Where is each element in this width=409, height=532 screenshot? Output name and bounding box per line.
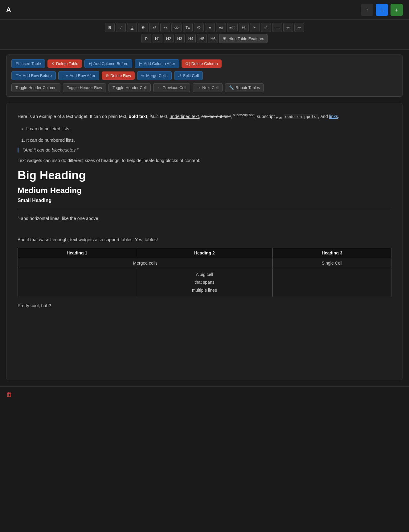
hr-btn[interactable]: —	[272, 23, 282, 32]
delete-table-label: Delete Table	[56, 61, 78, 66]
numbered-list: It can do numbered lists,	[26, 136, 391, 144]
repair-tables-btn[interactable]: 🔧 Repair Tables	[225, 83, 264, 92]
split-cell-icon: ⇄	[178, 73, 182, 78]
table-cell-empty-1	[18, 268, 136, 297]
add-col-after-icon: |+	[139, 61, 142, 66]
toggle-header-row-btn[interactable]: Toggle Header Row	[63, 83, 106, 92]
add-col-after-btn[interactable]: |+ Add Column After	[135, 59, 179, 68]
no-format-btn[interactable]: ⊘	[194, 23, 204, 32]
table-cell-single: Single Cell	[273, 258, 391, 268]
next-cell-btn[interactable]: → Next Cell	[193, 83, 223, 92]
delete-widget-btn[interactable]: 🗑	[6, 391, 12, 398]
striked-text: striked-out text	[201, 114, 231, 119]
delete-table-icon: ✕	[51, 61, 55, 66]
toggle-header-cell-btn[interactable]: Toggle Header Cell	[108, 83, 151, 92]
bullet-list-btn[interactable]: ≡	[205, 23, 215, 32]
superscript-text: superscript text	[233, 113, 255, 117]
add-row-before-label: Add Row Before	[23, 73, 52, 78]
underline-btn[interactable]: U	[127, 23, 137, 32]
up-arrow-btn[interactable]: ↑	[361, 4, 373, 16]
footer-text: Pretty cool, huh?	[18, 302, 391, 310]
prev-cell-btn[interactable]: ← Previous Cell	[153, 83, 190, 92]
insert-table-btn[interactable]: ⊞ Insert Table	[11, 59, 45, 68]
big-heading: Big Heading	[18, 169, 391, 182]
align-btn[interactable]: ⇌	[261, 23, 271, 32]
table-header-row: Heading 1 Heading 2 Heading 3	[18, 248, 391, 258]
add-row-after-icon: ⊥+	[62, 73, 68, 78]
merge-cells-btn[interactable]: ⇔ Merge Cells	[137, 71, 171, 80]
h4-btn[interactable]: H4	[186, 34, 196, 43]
h1-btn[interactable]: H1	[153, 34, 162, 43]
h2-btn[interactable]: H2	[164, 34, 174, 43]
bottom-bar: 🗑	[0, 386, 409, 402]
bold-text: bold text	[129, 114, 147, 119]
checklist-btn[interactable]: ≡☐	[227, 23, 238, 32]
h5-btn[interactable]: H5	[197, 34, 207, 43]
delete-icon: 🗑	[6, 391, 12, 398]
table-heading-1: Heading 1	[18, 248, 136, 258]
top-bar-actions: ↑ ↓ ＋	[361, 4, 403, 16]
add-col-after-label: Add Column After	[144, 61, 175, 66]
content-area: Here is an example of a text widget. It …	[6, 103, 403, 380]
delete-row-icon: ⊖	[105, 73, 109, 78]
delete-col-btn[interactable]: ⊘| Delete Column	[182, 59, 221, 68]
h3-btn[interactable]: H3	[175, 34, 185, 43]
after-hr-text: ^ and horizontal lines, like the one abo…	[18, 215, 391, 222]
strikethrough-btn[interactable]: S	[138, 23, 148, 32]
insert-table-label: Insert Table	[20, 61, 41, 66]
underlined-text: underlined text	[170, 114, 199, 119]
add-row-before-btn[interactable]: ⊤+ Add Row Before	[11, 71, 56, 80]
toggle-header-col-btn[interactable]: Toggle Header Column	[11, 83, 60, 92]
tables-intro: And if that wasn't enough, text widgets …	[18, 236, 391, 244]
next-cell-icon: →	[197, 85, 201, 90]
hide-table-label: Hide Table Features	[228, 36, 264, 41]
table-features-row-1: ⊞ Insert Table ✕ Delete Table +| Add Col…	[11, 59, 398, 68]
delete-row-btn[interactable]: ⊖ Delete Row	[102, 71, 135, 80]
bulleted-list-item: It can do bulleted lists,	[26, 125, 391, 133]
superscript-btn[interactable]: x²	[149, 23, 159, 32]
italic-text: italic text	[150, 114, 167, 119]
repair-tables-label: Repair Tables	[235, 85, 260, 90]
table-heading-3: Heading 3	[273, 248, 391, 258]
horizontal-rule	[18, 209, 391, 209]
add-col-before-label: Add Column Before	[93, 61, 128, 66]
hide-table-icon: ⊞	[223, 36, 227, 41]
merge-cells-label: Merge Cells	[146, 73, 167, 78]
split-cell-label: Split Cell	[183, 73, 199, 78]
add-row-after-label: Add Row After	[70, 73, 95, 78]
add-col-before-btn[interactable]: +| Add Column Before	[84, 59, 132, 68]
italic-btn[interactable]: I	[116, 23, 126, 32]
down-arrow-btn[interactable]: ↓	[376, 4, 388, 16]
unlink-btn[interactable]: ✂	[250, 23, 260, 32]
delete-table-btn[interactable]: ✕ Delete Table	[47, 59, 82, 68]
add-btn[interactable]: ＋	[391, 4, 403, 16]
next-cell-label: Next Cell	[202, 85, 219, 90]
code-btn[interactable]: </>	[171, 23, 182, 32]
redo-btn[interactable]: ↪	[294, 23, 304, 32]
ordered-list-btn[interactable]: ≡#	[216, 23, 226, 32]
toggle-header-col-label: Toggle Header Column	[15, 85, 56, 90]
subscript-btn[interactable]: x₂	[160, 23, 170, 32]
paragraph-btn[interactable]: P	[141, 34, 151, 43]
hide-table-features-btn[interactable]: ⊞ Hide Table Features	[219, 34, 268, 43]
link-btn[interactable]: ⛓	[239, 23, 249, 32]
table-features-row-2: ⊤+ Add Row Before ⊥+ Add Row After ⊖ Del…	[11, 71, 398, 80]
delete-col-label: Delete Column	[191, 61, 218, 66]
clear-format-btn[interactable]: Tx	[183, 23, 193, 32]
repair-tables-icon: 🔧	[229, 85, 234, 90]
table-heading-2: Heading 2	[136, 248, 273, 258]
top-bar: A ↑ ↓ ＋	[0, 0, 409, 20]
links-text[interactable]: links	[329, 114, 338, 119]
h6-btn[interactable]: H6	[208, 34, 218, 43]
headings-intro: Text widgets can also do different sizes…	[18, 157, 391, 164]
logo: A	[6, 6, 11, 14]
delete-row-label: Delete Row	[110, 73, 131, 78]
undo-btn[interactable]: ↩	[283, 23, 293, 32]
example-table: Heading 1 Heading 2 Heading 3 Merged cel…	[18, 248, 391, 297]
table-cell-merged: Merged cells	[18, 258, 273, 268]
add-row-after-btn[interactable]: ⊥+ Add Row After	[58, 71, 99, 80]
bold-btn[interactable]: B	[105, 23, 115, 32]
spacer	[18, 227, 391, 236]
add-col-before-icon: +|	[88, 61, 92, 66]
split-cell-btn[interactable]: ⇄ Split Cell	[174, 71, 203, 80]
